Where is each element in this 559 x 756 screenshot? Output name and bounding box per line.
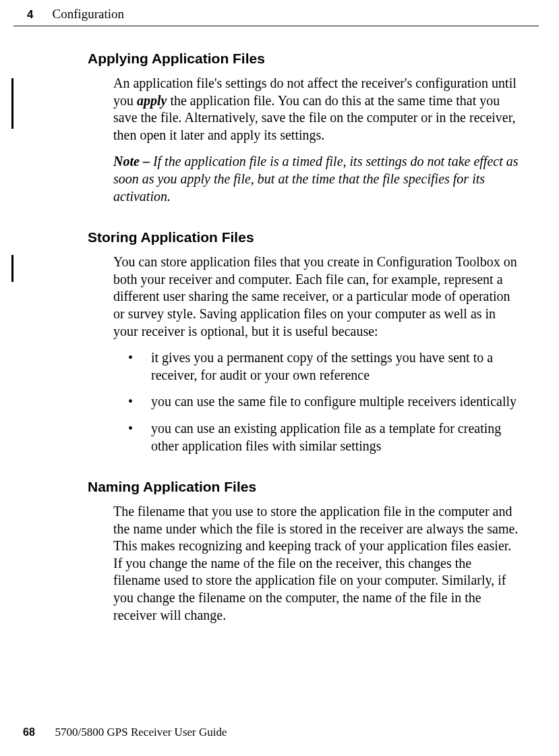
paragraph-naming: The filename that you use to store the a…	[88, 503, 522, 624]
list-item: you can use an existing application file…	[128, 420, 522, 455]
note-body: If the application file is a timed file,…	[113, 154, 518, 203]
page-header: 4 Configuration	[13, 0, 539, 26]
chapter-title: Configuration	[52, 7, 124, 22]
note-applying: Note – If the application file is a time…	[88, 153, 522, 205]
page-content: Applying Application Files An applicatio…	[0, 51, 559, 624]
page-number: 68	[23, 726, 35, 738]
heading-storing: Storing Application Files	[88, 229, 522, 245]
heading-applying: Applying Application Files	[88, 51, 522, 67]
text-fragment: the application file. You can do this at…	[113, 93, 516, 142]
note-lead: Note –	[113, 154, 153, 169]
guide-title: 5700/5800 GPS Receiver User Guide	[55, 726, 227, 738]
paragraph-storing: You can store application files that you…	[88, 254, 522, 340]
paragraph-applying: An application file's settings do not af…	[88, 75, 522, 144]
bullet-list-storing: it gives you a permanent copy of the set…	[88, 349, 522, 455]
emphasis-apply: apply	[137, 93, 167, 108]
chapter-number: 4	[27, 8, 33, 22]
list-item: it gives you a permanent copy of the set…	[128, 349, 522, 384]
list-item: you can use the same file to configure m…	[128, 393, 522, 411]
change-bar	[11, 255, 13, 282]
heading-naming: Naming Application Files	[88, 479, 522, 495]
footer-spacer	[38, 726, 52, 738]
page-footer: 68 5700/5800 GPS Receiver User Guide	[23, 726, 227, 739]
change-bar	[11, 78, 13, 129]
